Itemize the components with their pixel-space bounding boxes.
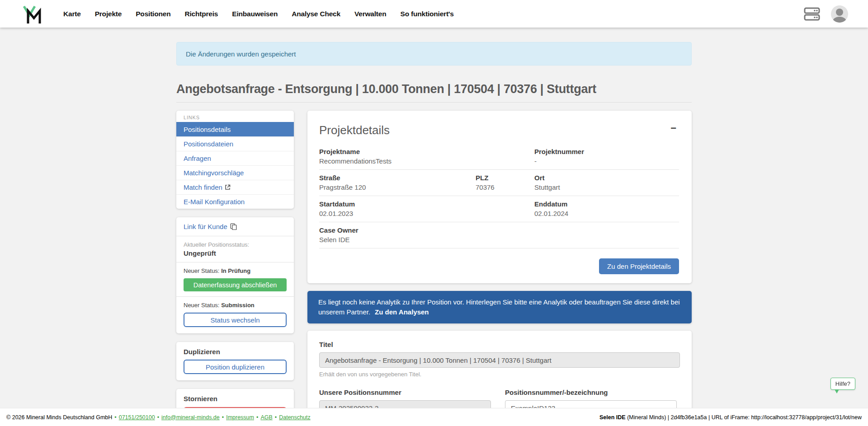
field-label: Ort — [534, 174, 679, 182]
projektdetails-card: Projektdetails − Projektname Recommendat… — [307, 111, 692, 283]
zu-den-analysen-link[interactable]: Zu den Analysen — [375, 308, 429, 316]
position-duplizieren-button[interactable]: Position duplizieren — [184, 360, 287, 374]
session-details: (Mineral Minds) | 2d4fb36e1a5a | URL of … — [626, 414, 862, 421]
sidebar-item-match-finden[interactable]: Match finden — [176, 180, 294, 194]
field-value: RecommendationsTests — [319, 157, 534, 165]
titel-input — [319, 352, 680, 368]
unsere-positionsnummer-label: Unsere Positionsnummer — [319, 389, 491, 396]
sidebar: LINKS Positionsdetails Positionsdateien … — [176, 111, 294, 426]
links-header: LINKS — [176, 111, 294, 122]
next-status-2-label: Neuer Status: — [184, 302, 220, 309]
field-value: Stuttgart — [534, 183, 679, 191]
title-divider — [176, 102, 692, 103]
field-value: - — [534, 157, 679, 165]
nav-item-projekte[interactable]: Projekte — [95, 10, 122, 18]
datenerfassung-abschliessen-button[interactable]: Datenerfassung abschließen — [184, 278, 287, 291]
sidebar-item-matchingvorschlaege[interactable]: Matchingvorschläge — [176, 165, 294, 180]
session-user: Selen IDE — [599, 414, 626, 421]
zu-den-projektdetails-button[interactable]: Zu den Projektdetails — [599, 258, 679, 274]
current-status-label: Aktueller Positionsstatus: — [184, 241, 287, 248]
sidebar-item-label: Match finden — [184, 183, 222, 191]
next-status-2: Neuer Status: Submission — [184, 302, 287, 309]
save-confirmation-alert: Die Änderungen wurden gespeichert — [176, 42, 692, 66]
alert-message: Die Änderungen wurden gespeichert — [186, 50, 296, 58]
divider — [176, 262, 294, 262]
server-icon[interactable] — [804, 7, 820, 21]
project-row-dates: Startdatum 02.01.2023 Enddatum 02.01.202… — [319, 196, 679, 222]
avatar-head-icon — [836, 9, 843, 16]
mineral-minds-logo-icon — [23, 4, 42, 24]
divider — [176, 236, 294, 236]
avatar-bust-icon — [833, 17, 846, 23]
footer-email-link[interactable]: info@mineral-minds.de — [155, 414, 220, 421]
nav-item-verwalten[interactable]: Verwalten — [354, 10, 387, 18]
help-button[interactable]: Hilfe? — [830, 378, 855, 390]
footer-copyright: © 2026 Mineral Minds Deutschland GmbH — [6, 414, 112, 421]
analytics-banner: Es liegt noch keine Analytik zu Ihrer Po… — [307, 291, 692, 323]
sidebar-item-positionsdateien[interactable]: Positionsdateien — [176, 136, 294, 151]
next-status-1: Neuer Status: In Prüfung — [184, 267, 287, 274]
page-title: Angebotsanfrage - Entsorgung | 10.000 To… — [176, 82, 692, 96]
field-value: Pragstraße 120 — [319, 183, 476, 191]
page-container: Die Änderungen wurden gespeichert Angebo… — [176, 28, 692, 426]
project-row-address: Straße Pragstraße 120 PLZ 70376 Ort Stut… — [319, 170, 679, 196]
status-wechseln-button[interactable]: Status wechseln — [184, 313, 287, 327]
footer: © 2026 Mineral Minds Deutschland GmbH 07… — [0, 408, 868, 426]
collapse-icon[interactable]: − — [668, 123, 679, 133]
project-row-owner: Case Owner Selen IDE — [319, 222, 679, 248]
session-info: Selen IDE (Mineral Minds) | 2d4fb36e1a5a… — [599, 414, 862, 421]
navbar: Karte Projekte Positionen Richtpreis Ein… — [0, 0, 868, 28]
main-nav: Karte Projekte Positionen Richtpreis Ein… — [63, 10, 454, 18]
link-fuer-kunde-label: Link für Kunde — [184, 223, 227, 230]
next-status-1-label: Neuer Status: — [184, 267, 220, 274]
field-label: Projektname — [319, 148, 534, 155]
main-column: Projektdetails − Projektname Recommendat… — [307, 111, 692, 426]
footer-agb-link[interactable]: AGB — [254, 414, 273, 421]
sidebar-item-email-konfiguration[interactable]: E-Mail Konfiguration — [176, 194, 294, 209]
app-logo[interactable] — [23, 4, 42, 24]
field-value: 02.01.2023 — [319, 210, 534, 217]
positionsnummer-label: Positionsnummer/-bezeichnung — [505, 389, 677, 396]
status-card: Link für Kunde Aktueller Positionsstatus… — [176, 217, 294, 333]
nav-item-richtpreis[interactable]: Richtpreis — [184, 10, 218, 18]
duplicate-card: Duplizieren Position duplizieren — [176, 342, 294, 380]
nav-item-analyse-check[interactable]: Analyse Check — [292, 10, 340, 18]
cancel-card-title: Stornieren — [184, 395, 287, 403]
external-link-icon — [225, 184, 231, 190]
field-value: Selen IDE — [319, 236, 534, 243]
user-avatar[interactable] — [831, 5, 848, 23]
field-label: Projektnummer — [534, 148, 679, 155]
projektdetails-title: Projektdetails — [319, 123, 390, 137]
titel-helper: Erhält den von uns vorgegebenen Titel. — [319, 371, 680, 378]
sidebar-item-positionsdetails[interactable]: Positionsdetails — [176, 122, 294, 136]
links-card: LINKS Positionsdetails Positionsdateien … — [176, 111, 294, 209]
next-status-2-value: Submission — [221, 302, 255, 309]
project-row-name: Projektname RecommendationsTests Projekt… — [319, 144, 679, 170]
sidebar-item-anfragen[interactable]: Anfragen — [176, 151, 294, 165]
link-fuer-kunde[interactable]: Link für Kunde — [184, 223, 237, 230]
current-status-value: Ungeprüft — [184, 249, 287, 257]
copy-icon — [230, 223, 237, 230]
nav-item-einbauweisen[interactable]: Einbauweisen — [232, 10, 278, 18]
field-label: PLZ — [476, 174, 534, 182]
duplicate-card-title: Duplizieren — [184, 348, 287, 356]
next-status-1-value: In Prüfung — [221, 267, 250, 274]
nav-item-karte[interactable]: Karte — [63, 10, 81, 18]
footer-phone-link[interactable]: 07151/250100 — [112, 414, 155, 421]
field-label: Straße — [319, 174, 476, 182]
nav-item-so-funktionierts[interactable]: So funktioniert's — [401, 10, 454, 18]
nav-item-positionen[interactable]: Positionen — [136, 10, 170, 18]
field-label: Case Owner — [319, 226, 534, 234]
titel-label: Titel — [319, 341, 680, 348]
divider — [176, 296, 294, 297]
field-value: 70376 — [476, 183, 534, 191]
field-label: Enddatum — [534, 200, 679, 208]
footer-impressum-link[interactable]: Impressum — [220, 414, 254, 421]
analytics-banner-text: Es liegt noch keine Analytik zu Ihrer Po… — [318, 298, 680, 316]
field-label: Startdatum — [319, 200, 534, 208]
field-value: 02.01.2024 — [534, 210, 679, 217]
footer-datenschutz-link[interactable]: Datenschutz — [273, 414, 311, 421]
